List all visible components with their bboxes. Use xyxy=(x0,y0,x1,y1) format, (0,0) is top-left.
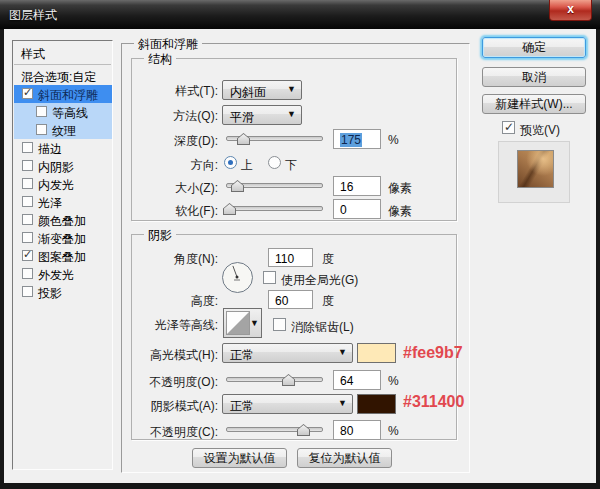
highlight-opacity-label: 不透明度(O): xyxy=(130,374,218,391)
gloss-contour-picker[interactable]: ▼ xyxy=(223,308,262,338)
sidebar-item-inner-glow[interactable]: 内发光 xyxy=(14,175,112,193)
preview-thumbnail-box xyxy=(498,141,570,203)
depth-unit: % xyxy=(388,133,399,147)
angle-unit: 度 xyxy=(322,251,334,268)
close-button[interactable]: x xyxy=(549,0,592,21)
sidebar-item-label: 投影 xyxy=(38,285,62,302)
highlight-mode-dropdown[interactable]: 正常 ▼ xyxy=(222,343,353,363)
sidebar-item-contour[interactable]: 等高线 xyxy=(14,103,112,121)
structure-group-title: 结构 xyxy=(144,51,176,68)
size-field[interactable]: 16 xyxy=(333,176,381,196)
checkbox-icon[interactable] xyxy=(22,286,33,297)
checkbox-icon[interactable] xyxy=(22,232,33,243)
soften-slider[interactable] xyxy=(226,206,323,211)
sidebar-item-label: 纹理 xyxy=(52,123,76,140)
highlight-opacity-field[interactable]: 64 xyxy=(333,370,381,390)
reset-default-button[interactable]: 复位为默认值 xyxy=(297,448,392,468)
sidebar-item-outer-glow[interactable]: 外发光 xyxy=(14,265,112,283)
shadow-opacity-field[interactable]: 80 xyxy=(333,420,381,440)
sidebar-item-label: 图案叠加 xyxy=(38,249,86,266)
direction-label: 方向: xyxy=(130,157,218,174)
ok-button[interactable]: 确定 xyxy=(482,37,586,58)
direction-down-radio[interactable] xyxy=(268,156,281,169)
soften-field[interactable]: 0 xyxy=(333,199,381,219)
highlight-color-swatch[interactable] xyxy=(357,343,396,363)
depth-label: 深度(D): xyxy=(130,133,218,150)
checkbox-icon[interactable] xyxy=(22,250,33,261)
technique-dropdown-value: 平滑 xyxy=(230,109,254,126)
checkbox-icon[interactable] xyxy=(22,196,33,207)
shadow-opacity-unit: % xyxy=(388,424,399,438)
angle-field[interactable]: 110 xyxy=(268,248,313,267)
divider xyxy=(14,64,111,65)
dialog-title: 图层样式 xyxy=(9,7,57,24)
direction-up-radio[interactable] xyxy=(224,156,237,169)
new-style-button[interactable]: 新建样式(W)... xyxy=(482,94,586,114)
sidebar-item-blending-options[interactable]: 混合选项:自定 xyxy=(14,67,112,85)
depth-field[interactable]: 175 xyxy=(333,129,381,149)
cancel-button[interactable]: 取消 xyxy=(482,67,586,87)
highlight-mode-label: 高光模式(H): xyxy=(130,347,218,364)
checkbox-icon[interactable] xyxy=(22,160,33,171)
sidebar-item-label: 斜面和浮雕 xyxy=(38,87,98,104)
altitude-field[interactable]: 60 xyxy=(268,290,313,309)
checkbox-icon[interactable] xyxy=(22,88,33,99)
shadow-hex-annotation: #311400 xyxy=(403,393,464,411)
highlight-opacity-unit: % xyxy=(388,374,399,388)
sidebar-item-color-overlay[interactable]: 颜色叠加 xyxy=(14,211,112,229)
style-dropdown-value: 内斜面 xyxy=(230,84,266,101)
sidebar-item-stroke[interactable]: 描边 xyxy=(14,139,112,157)
set-default-button[interactable]: 设置为默认值 xyxy=(192,448,287,468)
anti-alias-checkbox[interactable] xyxy=(273,318,286,331)
preview-checkbox[interactable] xyxy=(502,121,515,134)
technique-dropdown[interactable]: 平滑 ▼ xyxy=(222,105,302,125)
styles-list: 样式 混合选项:自定 斜面和浮雕 等高线 纹理 描边 内阴影 内发光 xyxy=(12,40,113,470)
sidebar-item-inner-shadow[interactable]: 内阴影 xyxy=(14,157,112,175)
altitude-label: 高度: xyxy=(130,293,218,310)
sidebar-item-satin[interactable]: 光泽 xyxy=(14,193,112,211)
sidebar-item-texture[interactable]: 纹理 xyxy=(14,121,112,139)
shadow-mode-value: 正常 xyxy=(230,398,254,415)
angle-pointer-icon xyxy=(223,263,252,292)
checkbox-icon[interactable] xyxy=(22,268,33,279)
shadow-opacity-label: 不透明度(C): xyxy=(130,424,218,441)
highlight-opacity-slider[interactable] xyxy=(226,377,323,382)
preview-label: 预览(V) xyxy=(520,122,560,139)
sidebar-item-label: 描边 xyxy=(38,141,62,158)
checkbox-icon[interactable] xyxy=(22,178,33,189)
chevron-down-icon: ▼ xyxy=(250,318,259,328)
checkbox-icon[interactable] xyxy=(36,106,47,117)
sidebar-item-label: 颜色叠加 xyxy=(38,213,86,230)
angle-value: 110 xyxy=(275,252,294,266)
style-dropdown[interactable]: 内斜面 ▼ xyxy=(222,80,302,100)
global-light-label: 使用全局光(G) xyxy=(281,272,358,289)
shading-group-title: 阴影 xyxy=(144,227,176,244)
layer-style-dialog: 图层样式 x 样式 混合选项:自定 斜面和浮雕 等高线 纹理 描边 内阴影 xyxy=(0,0,600,489)
title-bar[interactable]: 图层样式 x xyxy=(0,0,600,29)
checkbox-icon[interactable] xyxy=(22,214,33,225)
global-light-checkbox[interactable] xyxy=(263,271,276,284)
angle-label: 角度(N): xyxy=(130,251,218,268)
sidebar-item-drop-shadow[interactable]: 投影 xyxy=(14,283,112,301)
preview-thumbnail-image xyxy=(517,150,554,188)
size-label: 大小(Z): xyxy=(130,180,218,197)
sidebar-item-bevel-emboss[interactable]: 斜面和浮雕 xyxy=(14,85,112,103)
checkbox-icon[interactable] xyxy=(36,124,47,135)
sidebar-item-pattern-overlay[interactable]: 图案叠加 xyxy=(14,247,112,265)
style-label: 样式(T): xyxy=(130,83,218,100)
altitude-unit: 度 xyxy=(322,293,334,310)
sidebar-item-gradient-overlay[interactable]: 渐变叠加 xyxy=(14,229,112,247)
shadow-opacity-value: 80 xyxy=(340,424,353,438)
checkbox-icon[interactable] xyxy=(22,142,33,153)
shadow-mode-dropdown[interactable]: 正常 ▼ xyxy=(222,394,353,414)
contour-thumbnail-icon xyxy=(226,311,250,335)
size-unit: 像素 xyxy=(388,180,412,197)
chevron-down-icon: ▼ xyxy=(287,109,296,119)
sidebar-item-label: 等高线 xyxy=(52,105,88,122)
styles-list-header: 样式 xyxy=(21,46,45,63)
shadow-color-swatch[interactable] xyxy=(357,394,396,414)
direction-up-label: 上 xyxy=(241,157,253,174)
size-value: 16 xyxy=(340,180,353,194)
soften-label: 软化(F): xyxy=(130,203,218,220)
angle-dial[interactable] xyxy=(222,262,253,293)
